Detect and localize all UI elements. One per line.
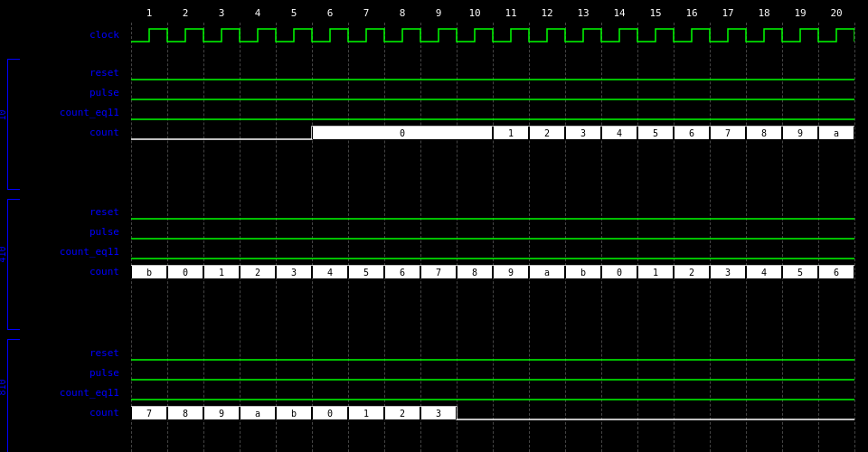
tick-3: 3: [203, 7, 240, 19]
bus-wave: 789ab0123: [131, 403, 854, 423]
vline-end: [854, 23, 855, 452]
bus-cell: 9: [493, 266, 529, 278]
bus-cell: b: [565, 266, 601, 278]
bus-cell: 6: [818, 266, 854, 278]
bus-cell: 4: [601, 127, 637, 139]
digital-wave: [131, 344, 854, 363]
digital-wave: [131, 383, 854, 403]
bus-cell: 7: [420, 266, 457, 278]
tick-1: 1: [131, 7, 167, 19]
bus-cell: 8: [167, 407, 203, 419]
bus-cell: 5: [348, 266, 384, 278]
bus-cell: a: [240, 407, 276, 419]
bus-cell: 6: [674, 127, 710, 139]
bus-cell: 6: [384, 266, 420, 278]
tick-11: 11: [493, 7, 529, 19]
bus-cell: 5: [782, 266, 818, 278]
tick-12: 12: [529, 7, 565, 19]
tick-9: 9: [420, 7, 457, 19]
tick-13: 13: [565, 7, 601, 19]
bus-cell: 0: [312, 127, 493, 139]
bus-cell: 2: [240, 266, 276, 278]
digital-wave: [131, 103, 854, 123]
tick-20: 20: [818, 7, 854, 19]
bus-cell: 0: [601, 266, 637, 278]
tick-6: 6: [312, 7, 348, 19]
tick-16: 16: [674, 7, 710, 19]
signal-label: reset: [0, 344, 127, 363]
tick-17: 17: [710, 7, 746, 19]
tick-7: 7: [348, 7, 384, 19]
tick-14: 14: [601, 7, 637, 19]
bus-cell: 3: [710, 266, 746, 278]
signal-label: reset: [0, 202, 127, 222]
bus-cell: 2: [529, 127, 565, 139]
tick-5: 5: [276, 7, 312, 19]
tick-2: 2: [167, 7, 203, 19]
bus-cell: 4: [746, 266, 782, 278]
signal-label: pulse: [0, 83, 127, 103]
digital-wave: [131, 63, 854, 83]
signal-label: reset: [0, 63, 127, 83]
bus-cell: a: [818, 127, 854, 139]
waveform-container: 1234567891011121314151617181920 10 410 8…: [0, 0, 868, 452]
bus-cell: 0: [312, 407, 348, 419]
bus-cell: 3: [565, 127, 601, 139]
digital-wave: [131, 83, 854, 103]
bus-cell: 3: [420, 407, 457, 419]
bus-cell: b: [131, 266, 167, 278]
signal-label: count: [0, 123, 127, 143]
bus-cell: b: [276, 407, 312, 419]
digital-wave: [131, 242, 854, 262]
tick-4: 4: [240, 7, 276, 19]
signal-label: pulse: [0, 363, 127, 383]
signal-label: pulse: [0, 222, 127, 242]
bus-cell: 1: [493, 127, 529, 139]
bus-cell: 3: [276, 266, 312, 278]
digital-wave: [131, 363, 854, 383]
digital-wave: [131, 222, 854, 242]
bus-wave: 0123456789a: [131, 123, 854, 143]
signal-label: clock: [0, 25, 127, 45]
bus-cell: 9: [203, 407, 240, 419]
bus-cell: 9: [782, 127, 818, 139]
tick-8: 8: [384, 7, 420, 19]
bus-wave: b0123456789ab0123456: [131, 262, 854, 282]
signal-label: count_eq11: [0, 383, 127, 403]
bus-cell: 0: [167, 266, 203, 278]
bus-cell: 7: [710, 127, 746, 139]
bus-cell: 5: [637, 127, 674, 139]
signal-label: count_eq11: [0, 103, 127, 123]
tick-19: 19: [782, 7, 818, 19]
bus-cell: 8: [746, 127, 782, 139]
timeline-header: 1234567891011121314151617181920: [131, 7, 854, 19]
bus-cell: 1: [637, 266, 674, 278]
tick-18: 18: [746, 7, 782, 19]
tick-10: 10: [457, 7, 493, 19]
bus-cell: a: [529, 266, 565, 278]
bus-cell: 8: [457, 266, 493, 278]
bus-cell: 1: [348, 407, 384, 419]
signal-label: count: [0, 262, 127, 282]
tick-15: 15: [637, 7, 674, 19]
bus-cell: 2: [674, 266, 710, 278]
bus-cell: 4: [312, 266, 348, 278]
bus-cell: 7: [131, 407, 167, 419]
clock-wave: [131, 25, 854, 45]
bus-cell: 2: [384, 407, 420, 419]
digital-wave: [131, 202, 854, 222]
bus-cell: 1: [203, 266, 240, 278]
signal-label: count_eq11: [0, 242, 127, 262]
signal-label: count: [0, 403, 127, 423]
